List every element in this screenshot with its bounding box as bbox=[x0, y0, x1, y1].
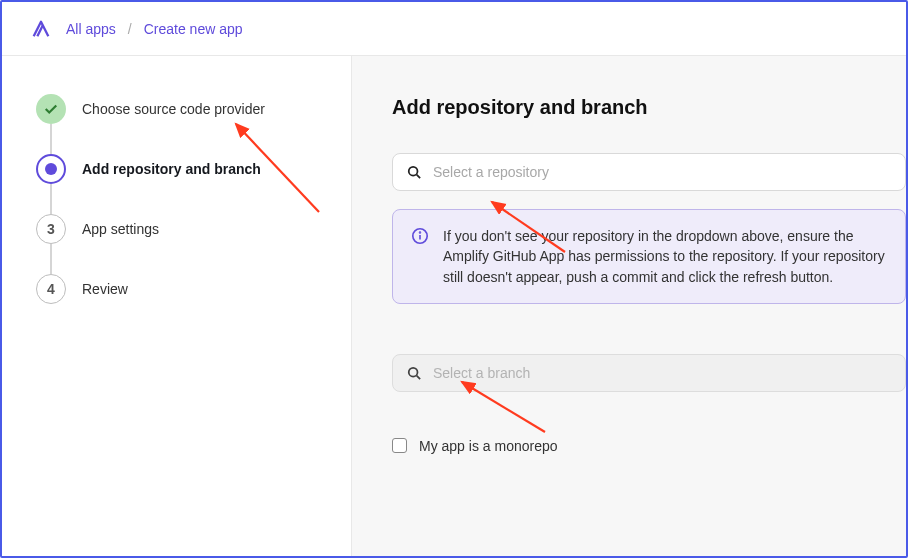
main-panel: Add repository and branch Select a repos… bbox=[352, 56, 906, 556]
step-number: 4 bbox=[36, 274, 66, 304]
svg-point-5 bbox=[409, 368, 418, 377]
monorepo-checkbox-row[interactable]: My app is a monorepo bbox=[392, 438, 906, 454]
amplify-logo-icon bbox=[30, 18, 52, 40]
page-title: Add repository and branch bbox=[392, 96, 906, 119]
search-icon bbox=[407, 366, 421, 380]
step-label: Choose source code provider bbox=[82, 101, 265, 117]
repository-select[interactable]: Select a repository bbox=[392, 153, 906, 191]
breadcrumb-separator: / bbox=[128, 21, 132, 37]
svg-point-0 bbox=[409, 167, 418, 176]
step-review[interactable]: 4 Review bbox=[36, 274, 331, 304]
step-add-repository[interactable]: Add repository and branch bbox=[36, 154, 331, 214]
info-icon bbox=[411, 227, 429, 245]
info-alert: If you don't see your repository in the … bbox=[392, 209, 906, 304]
info-message: If you don't see your repository in the … bbox=[443, 226, 887, 287]
repository-placeholder: Select a repository bbox=[433, 164, 549, 180]
branch-placeholder: Select a branch bbox=[433, 365, 530, 381]
svg-point-4 bbox=[420, 232, 421, 233]
step-label: App settings bbox=[82, 221, 159, 237]
step-choose-source[interactable]: Choose source code provider bbox=[36, 94, 331, 154]
search-icon bbox=[407, 165, 421, 179]
step-label: Add repository and branch bbox=[82, 161, 261, 177]
svg-line-1 bbox=[417, 175, 421, 179]
header: All apps / Create new app bbox=[2, 2, 906, 56]
wizard-steps: Choose source code provider Add reposito… bbox=[36, 94, 331, 304]
step-app-settings[interactable]: 3 App settings bbox=[36, 214, 331, 274]
active-step-icon bbox=[36, 154, 66, 184]
check-icon bbox=[36, 94, 66, 124]
breadcrumb: All apps / Create new app bbox=[66, 21, 243, 37]
branch-select[interactable]: Select a branch bbox=[392, 354, 906, 392]
monorepo-label: My app is a monorepo bbox=[419, 438, 558, 454]
step-label: Review bbox=[82, 281, 128, 297]
sidebar: Choose source code provider Add reposito… bbox=[2, 56, 352, 556]
svg-line-6 bbox=[417, 376, 421, 380]
step-number: 3 bbox=[36, 214, 66, 244]
monorepo-checkbox[interactable] bbox=[392, 438, 407, 453]
breadcrumb-create-new-app[interactable]: Create new app bbox=[144, 21, 243, 37]
breadcrumb-all-apps[interactable]: All apps bbox=[66, 21, 116, 37]
